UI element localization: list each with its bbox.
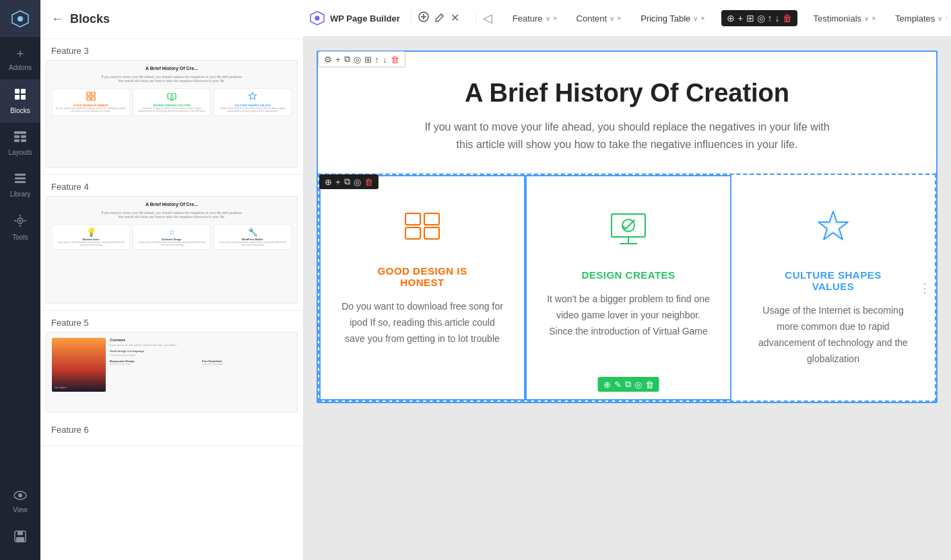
- outer-toolbar-down[interactable]: ↓: [383, 55, 387, 65]
- card3-text: Usage of the Internet is becoming more c…: [752, 303, 915, 367]
- app-name: WP Page Builder: [330, 13, 400, 24]
- outer-toolbar-up[interactable]: ↑: [375, 55, 380, 65]
- top-nav-actions: ✕: [418, 11, 476, 25]
- feature4-mini-desc: If you want to move your life ahead, you…: [52, 211, 292, 219]
- close-icon[interactable]: ✕: [451, 11, 459, 25]
- toolbar-delete-icon[interactable]: 🗑: [783, 13, 792, 24]
- edit-page-icon[interactable]: [418, 11, 429, 25]
- svg-rect-24: [16, 537, 24, 542]
- card2-icon: [547, 210, 710, 256]
- nav-item-testimonials[interactable]: Testimonials ∨ ✕: [804, 0, 886, 37]
- col-toolbar-move[interactable]: ⊕: [603, 380, 611, 390]
- feature3-preview[interactable]: A Brief History Of Cre... If you want to…: [46, 60, 298, 168]
- blocks-panel: ← Blocks Feature 3 A Brief History Of Cr…: [40, 0, 303, 560]
- toolbar-down-icon[interactable]: ↓: [775, 13, 780, 24]
- feature4-preview[interactable]: A Brief History Of Cre... If you want to…: [46, 196, 298, 304]
- toolbar-move-icon[interactable]: ⊕: [727, 13, 735, 24]
- col-toolbar-delete[interactable]: 🗑: [645, 380, 654, 390]
- outer-toolbar-copy[interactable]: ⧉: [344, 54, 350, 65]
- outer-toolbar-add[interactable]: +: [335, 55, 341, 65]
- svg-rect-12: [15, 178, 26, 180]
- svg-marker-33: [249, 92, 257, 100]
- feature5-image: City skyline: [52, 338, 106, 392]
- nav-item-pricing-table[interactable]: Pricing Table ∨ ✕: [631, 0, 715, 37]
- card3-icon: [752, 209, 915, 256]
- sidebar-item-save[interactable]: [0, 522, 40, 555]
- templates-chevron: ∨: [938, 15, 942, 22]
- app-header: WP Page Builder: [310, 11, 412, 26]
- col-toolbar-edit[interactable]: ✎: [614, 380, 622, 390]
- back-button[interactable]: ←: [51, 12, 63, 26]
- collapse-panel-icon[interactable]: ◁: [483, 11, 492, 26]
- svg-rect-29: [168, 94, 176, 99]
- row-toolbar-move[interactable]: ⊕: [325, 177, 332, 187]
- nav-item-content[interactable]: Content ∨ ✕: [567, 0, 632, 37]
- svg-point-1: [18, 16, 23, 22]
- sidebar-item-view[interactable]: View: [0, 481, 40, 522]
- nav-item-templates[interactable]: Templates ∨ ↑: [886, 0, 951, 37]
- outer-toolbar-settings[interactable]: ⚙: [324, 55, 332, 65]
- svg-rect-40: [405, 213, 420, 225]
- outer-block-toolbar: ⚙ + ⧉ ◎ ⊞ ↑ ↓ 🗑: [318, 51, 405, 67]
- card3-title: CULTURE SHAPESVALUES: [752, 269, 915, 292]
- outer-toolbar-delete[interactable]: 🗑: [391, 55, 399, 65]
- feature3-mini-desc: If you want to move your life ahead, you…: [52, 75, 292, 83]
- feature6-coming-label: Feature 6: [40, 418, 303, 439]
- feature4-mini-card-3: 🔧 WordPress Builder If you want to downl…: [214, 224, 292, 250]
- pricing-chevron: ∨: [693, 15, 698, 22]
- pencil-icon[interactable]: [434, 11, 445, 25]
- feature3-label: Feature 3: [40, 39, 303, 60]
- feature5-label: Feature 5: [40, 311, 303, 332]
- toolbar-up-icon[interactable]: ↑: [768, 13, 773, 24]
- canvas: ⚙ + ⧉ ◎ ⊞ ↑ ↓ 🗑 A Brief History Of Creat…: [303, 37, 951, 560]
- toolbar-link-icon[interactable]: ◎: [757, 13, 765, 24]
- toolbar-grid-icon[interactable]: ⊞: [746, 13, 754, 24]
- svg-rect-41: [405, 228, 420, 239]
- col-toolbar-copy[interactable]: ⧉: [625, 379, 631, 390]
- row-toolbar-link[interactable]: ◎: [354, 177, 361, 187]
- outer-toolbar-grid[interactable]: ⊞: [364, 55, 372, 65]
- canvas-section-header: A Brief History Of Creation If you want …: [318, 52, 936, 174]
- card1-text: Do you want to download free song for ip…: [341, 299, 504, 347]
- left-sidebar: ＋ Addons Blocks Layouts: [0, 0, 40, 560]
- content-chevron2: ✕: [617, 15, 622, 22]
- sidebar-item-layouts[interactable]: Layouts: [0, 123, 40, 164]
- svg-rect-10: [21, 139, 26, 142]
- col-toolbar-link[interactable]: ◎: [634, 380, 642, 390]
- panel-header: ← Blocks: [40, 0, 303, 39]
- view-icon: [13, 489, 27, 503]
- feature4-mini-title: A Brief History Of Cre...: [52, 202, 292, 207]
- sidebar-item-addons[interactable]: ＋ Addons: [0, 37, 40, 79]
- sidebar-item-blocks[interactable]: Blocks: [0, 79, 40, 123]
- testimonials-chevron: ∨: [864, 15, 869, 22]
- feature5-preview[interactable]: City skyline Content If you are to do, t…: [46, 332, 298, 413]
- svg-point-15: [20, 220, 22, 222]
- blocks-icon: [13, 88, 27, 104]
- row-toolbar-delete[interactable]: 🗑: [364, 177, 373, 187]
- wp-builder-logo: [310, 11, 325, 26]
- more-options-dots[interactable]: ⋮: [919, 281, 931, 295]
- sidebar-item-tools[interactable]: Tools: [0, 206, 40, 249]
- svg-rect-43: [424, 228, 439, 239]
- block-section-feature3: Feature 3 A Brief History Of Cre... If y…: [40, 39, 303, 175]
- nav-item-feature[interactable]: Feature ∨ ✕: [503, 0, 567, 37]
- svg-marker-48: [818, 211, 848, 240]
- sidebar-item-library[interactable]: Library: [0, 164, 40, 206]
- content-chevron: ∨: [610, 15, 614, 22]
- pricing-chevron2: ✕: [700, 15, 705, 22]
- layouts-icon: [13, 131, 27, 146]
- section-title: A Brief History Of Creation: [331, 79, 923, 108]
- outer-toolbar-link[interactable]: ◎: [354, 55, 361, 65]
- row-toolbar-add[interactable]: +: [335, 177, 341, 187]
- svg-rect-3: [21, 89, 26, 94]
- library-icon: [13, 172, 27, 188]
- row-toolbar-copy[interactable]: ⧉: [344, 176, 350, 187]
- floating-nav-toolbar: ⊕ + ⊞ ◎ ↑ ↓ 🗑: [721, 10, 797, 26]
- feature3-mini-title: A Brief History Of Cre...: [52, 66, 292, 71]
- card1-title: GOOD DESIGN ISHONEST: [341, 265, 504, 288]
- row-toolbar: ⊕ + ⧉ ◎ 🗑: [319, 174, 379, 189]
- svg-rect-8: [21, 135, 26, 138]
- toolbar-add-icon[interactable]: +: [737, 13, 743, 24]
- canvas-card-3: ⋮ CULTURE SHAPESVALUES Usage of the Inte…: [731, 175, 935, 400]
- feature3-mini-card-1: GOOD DESIGN IS HONEST Do you want to dow…: [52, 88, 130, 116]
